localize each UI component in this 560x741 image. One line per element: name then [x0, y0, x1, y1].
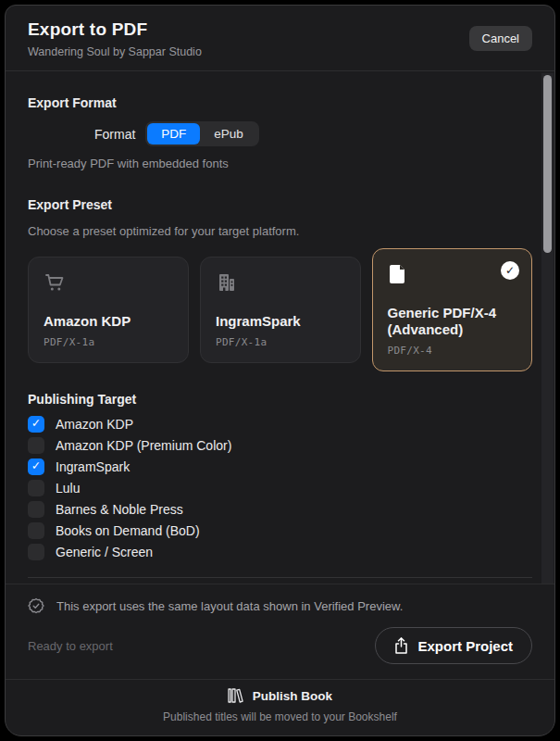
preset-card-title: IngramSpark: [216, 313, 345, 331]
target-option-ingramspark[interactable]: ✓ IngramSpark: [28, 458, 532, 475]
checkbox-unchecked[interactable]: [28, 480, 44, 496]
preset-card-ingramspark[interactable]: IngramSpark PDF/X-1a: [200, 257, 361, 363]
checkbox-unchecked[interactable]: [28, 544, 44, 560]
checkbox-checked[interactable]: ✓: [28, 416, 44, 433]
books-icon: [228, 688, 244, 703]
target-option-bod[interactable]: Books on Demand (BoD): [28, 522, 532, 539]
target-option-lulu[interactable]: Lulu: [28, 480, 532, 496]
verified-note-text: This export uses the same layout data sh…: [56, 599, 403, 613]
preset-card-title: Generic PDF/X-4 (Advanced): [388, 305, 517, 340]
preset-card-standard: PDF/X-4: [388, 345, 517, 357]
preset-card-standard: PDF/X-1a: [44, 336, 173, 348]
export-preset-description: Choose a preset optimized for your targe…: [28, 224, 532, 238]
checkbox-checked[interactable]: ✓: [28, 458, 44, 475]
footer-action-row: Ready to export Export Project: [28, 627, 532, 664]
publish-bar-subtitle: Published titles will be moved to your B…: [6, 710, 554, 723]
checkbox-unchecked[interactable]: [28, 501, 44, 518]
export-dialog: Export to PDF Wandering Soul by Sappar S…: [5, 5, 555, 736]
content-divider: [28, 577, 532, 578]
publishing-target-list: ✓ Amazon KDP Amazon KDP (Premium Color) …: [28, 416, 532, 560]
seal-check-icon: [28, 597, 44, 614]
preset-card-amazon-kdp[interactable]: Amazon KDP PDF/X-1a: [28, 257, 189, 363]
dialog-footer: This export uses the same layout data sh…: [6, 584, 554, 679]
publishing-target-heading: Publishing Target: [28, 392, 532, 407]
dialog-header: Export to PDF Wandering Soul by Sappar S…: [6, 6, 554, 71]
export-preset-heading: Export Preset: [28, 197, 532, 212]
dialog-content: Export Format Format PDF ePub Print-read…: [6, 71, 554, 584]
export-project-label: Export Project: [417, 638, 513, 654]
cart-icon: [44, 271, 173, 294]
preset-cards: Amazon KDP PDF/X-1a: [28, 248, 532, 371]
selected-check-badge: ✓: [501, 261, 519, 280]
export-status-text: Ready to export: [28, 639, 113, 653]
export-format-heading: Export Format: [28, 95, 532, 110]
segment-pdf[interactable]: PDF: [147, 123, 200, 144]
checkbox-unchecked[interactable]: [28, 437, 44, 454]
preset-card-standard: PDF/X-1a: [216, 336, 345, 348]
publish-book-button[interactable]: Publish Book: [228, 688, 332, 703]
publish-book-label: Publish Book: [253, 689, 332, 703]
format-description: Print-ready PDF with embedded fonts: [28, 157, 532, 170]
preset-card-title: Amazon KDP: [44, 313, 173, 331]
format-field-row: Format PDF ePub: [94, 121, 532, 146]
cancel-button[interactable]: Cancel: [469, 26, 532, 51]
project-subtitle: Wandering Soul by Sappar Studio: [28, 45, 532, 58]
format-field-label: Format: [94, 127, 135, 142]
verified-note-row: This export uses the same layout data sh…: [28, 597, 532, 614]
page-title: Export to PDF: [28, 19, 532, 40]
checkbox-unchecked[interactable]: [28, 522, 44, 539]
publish-bar: Publish Book Published titles will be mo…: [6, 679, 554, 735]
target-option-generic-screen[interactable]: Generic / Screen: [28, 544, 532, 560]
scrollbar-thumb[interactable]: [543, 75, 552, 253]
export-project-button[interactable]: Export Project: [375, 627, 532, 664]
document-icon: [388, 263, 517, 285]
target-option-barnes-noble[interactable]: Barnes & Noble Press: [28, 501, 532, 518]
format-segmented-control: PDF ePub: [145, 121, 259, 146]
segment-epub[interactable]: ePub: [200, 123, 257, 144]
target-option-amazon-kdp[interactable]: ✓ Amazon KDP: [28, 416, 532, 433]
preset-card-generic-pdfx4[interactable]: ✓ Generic PDF/X-4 (Advanced) PDF/X-4: [372, 248, 532, 371]
building-icon: [216, 271, 345, 294]
target-option-amazon-kdp-premium[interactable]: Amazon KDP (Premium Color): [28, 437, 532, 454]
share-icon: [394, 637, 408, 654]
